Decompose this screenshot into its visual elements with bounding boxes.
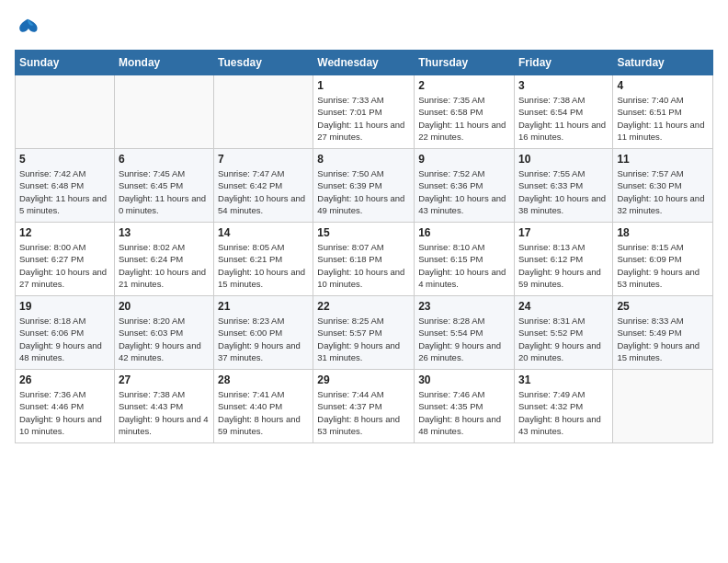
calendar-cell: 18Sunrise: 8:15 AM Sunset: 6:09 PM Dayli… (613, 223, 713, 296)
calendar-cell: 13Sunrise: 8:02 AM Sunset: 6:24 PM Dayli… (114, 223, 213, 296)
calendar-cell (214, 75, 313, 149)
calendar-cell: 2Sunrise: 7:35 AM Sunset: 6:58 PM Daylig… (415, 75, 515, 149)
calendar-cell: 19Sunrise: 8:18 AM Sunset: 6:06 PM Dayli… (16, 296, 115, 370)
day-number: 11 (617, 153, 709, 166)
day-number: 5 (19, 153, 110, 166)
calendar-cell: 3Sunrise: 7:38 AM Sunset: 6:54 PM Daylig… (514, 75, 612, 149)
day-number: 19 (19, 300, 110, 313)
day-number: 12 (19, 226, 110, 239)
day-info: Sunrise: 8:02 AM Sunset: 6:24 PM Dayligh… (119, 241, 210, 290)
column-header-sunday: Sunday (16, 51, 115, 75)
calendar-cell: 17Sunrise: 8:13 AM Sunset: 6:12 PM Dayli… (514, 223, 612, 296)
day-number: 18 (617, 226, 709, 239)
day-info: Sunrise: 8:15 AM Sunset: 6:09 PM Dayligh… (617, 241, 709, 290)
column-header-thursday: Thursday (415, 51, 515, 75)
day-info: Sunrise: 8:25 AM Sunset: 5:57 PM Dayligh… (317, 315, 410, 363)
day-info: Sunrise: 8:00 AM Sunset: 6:27 PM Dayligh… (19, 241, 110, 290)
day-number: 20 (119, 300, 210, 313)
calendar-cell: 30Sunrise: 7:46 AM Sunset: 4:35 PM Dayli… (415, 370, 515, 443)
calendar-header: SundayMondayTuesdayWednesdayThursdayFrid… (16, 51, 713, 75)
day-number: 23 (418, 300, 510, 313)
calendar-cell: 9Sunrise: 7:52 AM Sunset: 6:36 PM Daylig… (415, 149, 515, 223)
calendar-cell: 29Sunrise: 7:44 AM Sunset: 4:37 PM Dayli… (313, 370, 415, 443)
calendar-table: SundayMondayTuesdayWednesdayThursdayFrid… (15, 50, 713, 443)
day-info: Sunrise: 8:10 AM Sunset: 6:15 PM Dayligh… (418, 241, 510, 290)
calendar-cell: 27Sunrise: 7:38 AM Sunset: 4:43 PM Dayli… (114, 370, 213, 443)
column-header-monday: Monday (114, 51, 213, 75)
calendar-cell: 15Sunrise: 8:07 AM Sunset: 6:18 PM Dayli… (313, 223, 415, 296)
calendar-cell: 20Sunrise: 8:20 AM Sunset: 6:03 PM Dayli… (114, 296, 213, 370)
day-info: Sunrise: 7:42 AM Sunset: 6:48 PM Dayligh… (19, 167, 110, 216)
day-info: Sunrise: 7:38 AM Sunset: 4:43 PM Dayligh… (119, 388, 210, 437)
day-number: 10 (518, 153, 609, 166)
calendar-cell: 4Sunrise: 7:40 AM Sunset: 6:51 PM Daylig… (613, 75, 713, 149)
page-header (15, 15, 713, 40)
column-header-saturday: Saturday (613, 51, 713, 75)
day-info: Sunrise: 7:36 AM Sunset: 4:46 PM Dayligh… (19, 388, 110, 437)
calendar-body: 1Sunrise: 7:33 AM Sunset: 7:01 PM Daylig… (16, 75, 713, 443)
week-row-5: 26Sunrise: 7:36 AM Sunset: 4:46 PM Dayli… (16, 370, 713, 443)
day-info: Sunrise: 7:47 AM Sunset: 6:42 PM Dayligh… (218, 167, 309, 216)
day-info: Sunrise: 7:44 AM Sunset: 4:37 PM Dayligh… (317, 388, 410, 437)
day-info: Sunrise: 7:49 AM Sunset: 4:32 PM Dayligh… (518, 388, 609, 437)
day-info: Sunrise: 7:38 AM Sunset: 6:54 PM Dayligh… (518, 94, 609, 143)
day-info: Sunrise: 7:50 AM Sunset: 6:39 PM Dayligh… (317, 167, 410, 216)
logo (15, 15, 44, 40)
day-number: 3 (518, 79, 609, 92)
day-number: 7 (218, 153, 309, 166)
calendar-cell: 5Sunrise: 7:42 AM Sunset: 6:48 PM Daylig… (16, 149, 115, 223)
calendar-cell (16, 75, 115, 149)
calendar-cell: 14Sunrise: 8:05 AM Sunset: 6:21 PM Dayli… (214, 223, 313, 296)
day-info: Sunrise: 8:23 AM Sunset: 6:00 PM Dayligh… (218, 315, 309, 363)
day-number: 14 (218, 226, 309, 239)
column-header-friday: Friday (514, 51, 612, 75)
day-number: 9 (418, 153, 510, 166)
day-info: Sunrise: 7:45 AM Sunset: 6:45 PM Dayligh… (119, 167, 210, 216)
calendar-cell: 24Sunrise: 8:31 AM Sunset: 5:52 PM Dayli… (514, 296, 612, 370)
calendar-cell: 25Sunrise: 8:33 AM Sunset: 5:49 PM Dayli… (613, 296, 713, 370)
day-info: Sunrise: 8:13 AM Sunset: 6:12 PM Dayligh… (518, 241, 609, 290)
day-number: 24 (518, 300, 609, 313)
day-info: Sunrise: 7:33 AM Sunset: 7:01 PM Dayligh… (317, 94, 410, 143)
day-number: 30 (418, 373, 510, 386)
day-info: Sunrise: 8:28 AM Sunset: 5:54 PM Dayligh… (418, 315, 510, 363)
day-info: Sunrise: 7:57 AM Sunset: 6:30 PM Dayligh… (617, 167, 709, 216)
day-number: 8 (317, 153, 410, 166)
calendar-cell: 10Sunrise: 7:55 AM Sunset: 6:33 PM Dayli… (514, 149, 612, 223)
day-info: Sunrise: 8:31 AM Sunset: 5:52 PM Dayligh… (518, 315, 609, 363)
day-info: Sunrise: 7:40 AM Sunset: 6:51 PM Dayligh… (617, 94, 709, 143)
calendar-cell: 8Sunrise: 7:50 AM Sunset: 6:39 PM Daylig… (313, 149, 415, 223)
day-number: 25 (617, 300, 709, 313)
day-number: 13 (119, 226, 210, 239)
column-header-wednesday: Wednesday (313, 51, 415, 75)
calendar-cell (114, 75, 213, 149)
day-info: Sunrise: 7:52 AM Sunset: 6:36 PM Dayligh… (418, 167, 510, 216)
column-header-tuesday: Tuesday (214, 51, 313, 75)
calendar-cell: 26Sunrise: 7:36 AM Sunset: 4:46 PM Dayli… (16, 370, 115, 443)
day-number: 21 (218, 300, 309, 313)
week-row-1: 1Sunrise: 7:33 AM Sunset: 7:01 PM Daylig… (16, 75, 713, 149)
day-info: Sunrise: 8:07 AM Sunset: 6:18 PM Dayligh… (317, 241, 410, 290)
week-row-4: 19Sunrise: 8:18 AM Sunset: 6:06 PM Dayli… (16, 296, 713, 370)
day-number: 29 (317, 373, 410, 386)
day-number: 28 (218, 373, 309, 386)
calendar-cell: 31Sunrise: 7:49 AM Sunset: 4:32 PM Dayli… (514, 370, 612, 443)
day-number: 15 (317, 226, 410, 239)
day-number: 6 (119, 153, 210, 166)
calendar-cell: 7Sunrise: 7:47 AM Sunset: 6:42 PM Daylig… (214, 149, 313, 223)
calendar-cell: 21Sunrise: 8:23 AM Sunset: 6:00 PM Dayli… (214, 296, 313, 370)
calendar-cell: 6Sunrise: 7:45 AM Sunset: 6:45 PM Daylig… (114, 149, 213, 223)
day-number: 22 (317, 300, 410, 313)
calendar-cell (613, 370, 713, 443)
day-number: 27 (119, 373, 210, 386)
day-number: 31 (518, 373, 609, 386)
day-info: Sunrise: 7:35 AM Sunset: 6:58 PM Dayligh… (418, 94, 510, 143)
day-number: 4 (617, 79, 709, 92)
day-number: 16 (418, 226, 510, 239)
week-row-3: 12Sunrise: 8:00 AM Sunset: 6:27 PM Dayli… (16, 223, 713, 296)
day-number: 17 (518, 226, 609, 239)
day-info: Sunrise: 7:41 AM Sunset: 4:40 PM Dayligh… (218, 388, 309, 437)
calendar-cell: 28Sunrise: 7:41 AM Sunset: 4:40 PM Dayli… (214, 370, 313, 443)
day-info: Sunrise: 7:55 AM Sunset: 6:33 PM Dayligh… (518, 167, 609, 216)
logo-bird-icon (15, 15, 40, 40)
